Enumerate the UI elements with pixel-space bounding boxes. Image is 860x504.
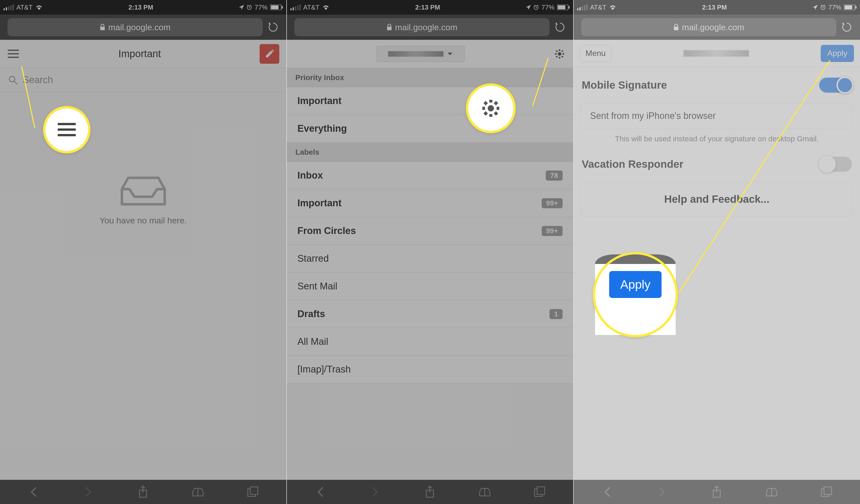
safari-toolbar [574,480,860,504]
section-labels: Labels [287,143,573,162]
share-button[interactable] [422,484,438,500]
wifi-icon [35,4,43,10]
vacation-responder-toggle[interactable] [819,157,852,172]
settings-header: Menu Apply [574,40,860,67]
back-button[interactable] [26,484,41,500]
menu-item-from-circles[interactable]: From Circles99+ [287,217,573,245]
url-field[interactable]: mail.google.com [295,18,549,36]
svg-rect-14 [58,134,76,136]
menu-button[interactable]: Menu [580,45,612,62]
battery-icon [270,4,283,10]
svg-rect-27 [845,5,852,9]
screenshot-1: AT&T 2:13 PM 77% mail.google.com Importa… [0,0,287,504]
callout-apply: Apply [595,255,676,335]
vacation-responder-label: Vacation Responder [582,158,684,170]
svg-rect-17 [558,5,565,9]
svg-rect-6 [8,53,19,54]
menu-item-important[interactable]: Important99+ [287,189,573,217]
menu-item-all-mail[interactable]: All Mail [287,328,573,356]
safari-url-bar: mail.google.com [287,15,573,40]
svg-point-8 [9,76,15,82]
url-field[interactable]: mail.google.com [581,18,836,36]
clock: 2:13 PM [702,3,727,11]
alarm-icon [820,4,826,10]
bookmarks-button[interactable] [764,484,779,500]
svg-rect-28 [856,6,857,9]
apply-button[interactable]: Apply [821,45,854,62]
svg-rect-19 [387,27,391,30]
gmail-menu: Priority Inbox Important Everything Labe… [287,40,573,480]
reload-icon[interactable] [555,21,565,33]
signature-input[interactable]: Sent from my iPhone's browser [581,103,853,129]
alarm-icon [533,4,539,10]
forward-button[interactable] [368,484,383,500]
mobile-signature-label: Mobile Signature [582,79,667,91]
back-button[interactable] [600,484,615,500]
help-feedback-button[interactable]: Help and Feedback... [581,182,853,217]
safari-toolbar [0,480,286,504]
empty-state: You have no mail here. [0,175,286,226]
screenshot-3: AT&T 2:13 PM 77% mail.google.com Menu Ap… [574,0,860,504]
hamburger-icon [58,123,76,136]
inbox-tray-icon [119,175,167,205]
callout-gear [468,86,514,131]
reload-icon[interactable] [841,21,852,33]
hamburger-icon [8,49,19,58]
share-button[interactable] [709,484,724,500]
url-field[interactable]: mail.google.com [8,18,263,36]
back-button[interactable] [313,484,328,500]
menu-item-sent-mail[interactable]: Sent Mail [287,273,573,300]
bookmarks-button[interactable] [477,484,492,500]
menu-item-inbox[interactable]: Inbox78 [287,162,573,189]
svg-point-20 [558,52,561,56]
battery-icon [557,4,570,10]
pencil-icon [264,49,274,59]
carrier-label: AT&T [303,3,319,11]
svg-rect-2 [271,5,278,9]
search-row[interactable]: Search [0,68,286,92]
section-priority-inbox: Priority Inbox [287,68,573,87]
menu-item-important[interactable]: Important [287,87,573,115]
clock: 2:13 PM [415,3,440,11]
carrier-label: AT&T [16,3,33,11]
share-button[interactable] [135,484,150,500]
forward-button[interactable] [655,484,670,500]
menu-button[interactable] [7,48,20,60]
callout-hamburger [45,108,88,151]
mobile-signature-toggle[interactable] [819,77,852,93]
status-bar: AT&T 2:13 PM 77% [0,0,286,15]
forward-button[interactable] [81,484,96,500]
compose-button[interactable] [260,44,279,64]
menu-item-starred[interactable]: Starred [287,245,573,273]
tabs-button[interactable] [245,484,260,500]
location-icon [526,5,531,10]
url-text: mail.google.com [108,23,171,32]
svg-rect-4 [100,27,105,30]
mobile-signature-row: Mobile Signature [581,72,853,98]
svg-rect-12 [58,123,76,125]
lock-icon [100,24,105,31]
tabs-button[interactable] [532,484,547,500]
badge: 78 [546,171,563,181]
gear-icon[interactable] [554,48,565,59]
menu-item-drafts[interactable]: Drafts1 [287,300,573,328]
location-icon [813,5,818,10]
battery-percent: 77% [542,3,555,11]
account-selector[interactable] [376,46,464,62]
battery-percent: 77% [828,3,841,11]
svg-rect-3 [282,6,283,9]
menu-item-imap-trash[interactable]: [Imap]/Trash [287,356,573,383]
wifi-icon [322,4,330,10]
bookmarks-button[interactable] [190,484,205,500]
tabs-button[interactable] [819,484,834,500]
signal-icon [290,4,301,10]
menu-item-everything[interactable]: Everything [287,115,573,143]
reload-icon[interactable] [268,21,279,33]
battery-percent: 77% [255,3,268,11]
safari-url-bar: mail.google.com [0,15,286,40]
alarm-icon [246,4,252,10]
location-icon [239,5,244,10]
account-email-blurred [388,51,443,57]
clock: 2:13 PM [128,3,153,11]
empty-message: You have no mail here. [0,216,286,226]
